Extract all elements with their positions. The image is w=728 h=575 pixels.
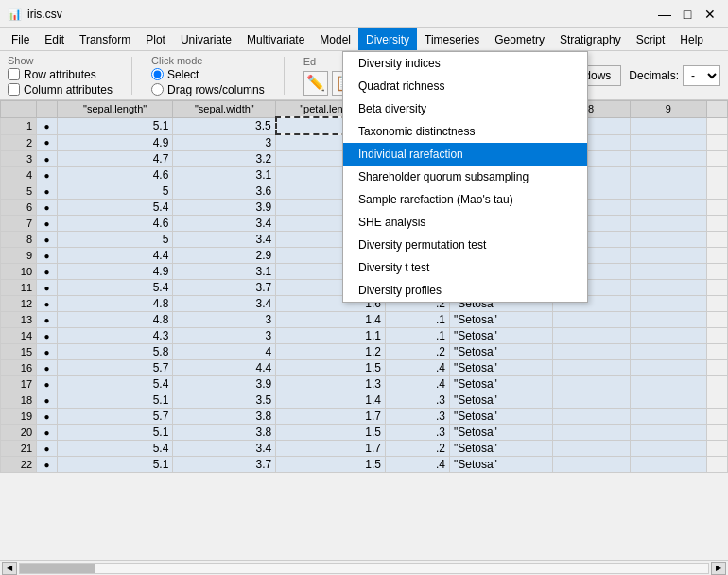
sepal-width[interactable]: 2.9: [173, 248, 276, 264]
hscroll-track[interactable]: [19, 563, 709, 574]
drag-radio[interactable]: [151, 83, 164, 96]
sepal-width[interactable]: 3.7: [173, 457, 276, 473]
sepal-width[interactable]: 3.4: [173, 216, 276, 232]
sepal-width[interactable]: 3.4: [173, 232, 276, 248]
drag-radio-label[interactable]: Drag rows/columns: [151, 83, 265, 96]
menu-edit[interactable]: Edit: [37, 28, 72, 50]
sepal-length[interactable]: 5: [57, 183, 172, 200]
title-bar-controls[interactable]: — □ ✕: [654, 4, 720, 25]
diversity-menu-item-individual[interactable]: Individual rarefaction: [343, 143, 587, 166]
select-radio-label[interactable]: Select: [151, 68, 199, 81]
table-row[interactable]: 13 ● 4.8 3 1.4 .1 "Setosa": [1, 312, 728, 328]
species[interactable]: "Setosa": [449, 457, 552, 473]
sepal-width[interactable]: 3.6: [173, 183, 276, 200]
petal-length[interactable]: 1.7: [276, 409, 386, 425]
sepal-length[interactable]: 5.7: [57, 409, 172, 425]
menu-multivariate[interactable]: Multivariate: [239, 28, 312, 50]
diversity-menu-item-quadrat[interactable]: Quadrat richness: [343, 75, 587, 97]
sepal-width[interactable]: 3.5: [173, 392, 276, 409]
species[interactable]: "Setosa": [449, 312, 552, 328]
sepal-length[interactable]: 4.7: [57, 151, 172, 167]
sepal-width[interactable]: 3.4: [173, 441, 276, 457]
species[interactable]: "Setosa": [449, 344, 552, 360]
diversity-menu-item-she[interactable]: SHE analysis: [343, 211, 587, 234]
petal-length[interactable]: 1.7: [276, 441, 386, 457]
scroll-left-btn[interactable]: ◀: [2, 562, 17, 575]
select-radio[interactable]: [151, 68, 164, 80]
species[interactable]: "Setosa": [449, 392, 552, 409]
menu-help[interactable]: Help: [672, 28, 711, 50]
col-attributes-checkbox[interactable]: [8, 83, 20, 96]
sepal-width[interactable]: 3.1: [173, 264, 276, 280]
menu-diversity[interactable]: Diversity: [358, 28, 417, 50]
table-row[interactable]: 16 ● 5.7 4.4 1.5 .4 "Setosa": [1, 360, 728, 376]
species[interactable]: "Setosa": [449, 409, 552, 425]
diversity-menu-item-profiles[interactable]: Diversity profiles: [343, 279, 587, 302]
petal-length[interactable]: 1.5: [276, 360, 386, 376]
sepal-length[interactable]: 5.4: [57, 376, 172, 392]
menu-transform[interactable]: Transform: [72, 28, 138, 50]
table-row[interactable]: 15 ● 5.8 4 1.2 .2 "Setosa": [1, 344, 728, 360]
sepal-length[interactable]: 5.4: [57, 280, 172, 296]
species[interactable]: "Setosa": [449, 328, 552, 344]
edit-btn-1[interactable]: ✏️: [303, 71, 328, 96]
sepal-length[interactable]: 4.3: [57, 328, 172, 344]
petal-width[interactable]: .4: [385, 376, 449, 392]
sepal-width[interactable]: 3.4: [173, 296, 276, 312]
sepal-width[interactable]: 3.1: [173, 167, 276, 183]
menu-stratigraphy[interactable]: Stratigraphy: [552, 28, 629, 50]
sepal-length[interactable]: 4.9: [57, 134, 172, 151]
petal-width[interactable]: .2: [385, 344, 449, 360]
diversity-menu[interactable]: Diversity indicesQuadrat richnessBeta di…: [342, 51, 588, 303]
horizontal-scrollbar[interactable]: ◀ ▶: [0, 560, 728, 575]
petal-length[interactable]: 1.1: [276, 328, 386, 344]
sepal-width[interactable]: 4.4: [173, 360, 276, 376]
petal-length[interactable]: 1.3: [276, 376, 386, 392]
petal-width[interactable]: .1: [385, 312, 449, 328]
sepal-length[interactable]: 5.4: [57, 441, 172, 457]
petal-width[interactable]: .3: [385, 425, 449, 441]
table-row[interactable]: 14 ● 4.3 3 1.1 .1 "Setosa": [1, 328, 728, 344]
sepal-length[interactable]: 4.4: [57, 248, 172, 264]
decimals-select[interactable]: - 0 1 2 3 4: [683, 65, 720, 86]
petal-width[interactable]: .3: [385, 392, 449, 409]
diversity-menu-item-ttest[interactable]: Diversity t test: [343, 256, 587, 279]
sepal-width[interactable]: 3: [173, 312, 276, 328]
col-attributes-check[interactable]: Column attributes: [8, 83, 113, 96]
close-button[interactable]: ✕: [700, 4, 720, 25]
sepal-width[interactable]: 3.8: [173, 425, 276, 441]
table-row[interactable]: 19 ● 5.7 3.8 1.7 .3 "Setosa": [1, 409, 728, 425]
species[interactable]: "Setosa": [449, 441, 552, 457]
sepal-length[interactable]: 4.8: [57, 312, 172, 328]
sepal-width[interactable]: 4: [173, 344, 276, 360]
sepal-length[interactable]: 5.1: [57, 392, 172, 409]
petal-width[interactable]: .3: [385, 409, 449, 425]
petal-width[interactable]: .2: [385, 441, 449, 457]
sepal-width[interactable]: 3: [173, 134, 276, 151]
menu-plot[interactable]: Plot: [138, 28, 173, 50]
menu-model[interactable]: Model: [312, 28, 358, 50]
row-attributes-checkbox[interactable]: [8, 68, 20, 80]
petal-width[interactable]: .1: [385, 328, 449, 344]
petal-width[interactable]: .4: [385, 457, 449, 473]
minimize-button[interactable]: —: [654, 4, 675, 25]
petal-width[interactable]: .4: [385, 360, 449, 376]
petal-length[interactable]: 1.5: [276, 457, 386, 473]
sepal-width[interactable]: 3.9: [173, 376, 276, 392]
sepal-width[interactable]: 3: [173, 328, 276, 344]
sepal-length[interactable]: 5.1: [57, 457, 172, 473]
sepal-length[interactable]: 4.6: [57, 167, 172, 183]
diversity-menu-item-sample[interactable]: Sample rarefaction (Mao's tau): [343, 188, 587, 211]
table-row[interactable]: 21 ● 5.4 3.4 1.7 .2 "Setosa": [1, 441, 728, 457]
sepal-length[interactable]: 5.1: [57, 425, 172, 441]
table-row[interactable]: 18 ● 5.1 3.5 1.4 .3 "Setosa": [1, 392, 728, 409]
sepal-length[interactable]: 5.8: [57, 344, 172, 360]
sepal-width[interactable]: 3.7: [173, 280, 276, 296]
sepal-width[interactable]: 3.2: [173, 151, 276, 167]
species[interactable]: "Setosa": [449, 425, 552, 441]
sepal-length[interactable]: 5: [57, 232, 172, 248]
scroll-right-btn[interactable]: ▶: [711, 562, 726, 575]
table-row[interactable]: 17 ● 5.4 3.9 1.3 .4 "Setosa": [1, 376, 728, 392]
sepal-length[interactable]: 4.8: [57, 296, 172, 312]
row-attributes-check[interactable]: Row attributes: [8, 68, 96, 81]
